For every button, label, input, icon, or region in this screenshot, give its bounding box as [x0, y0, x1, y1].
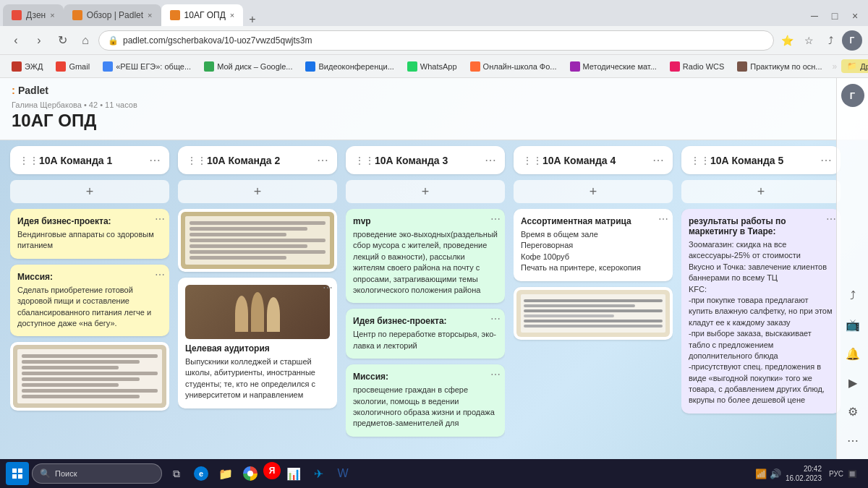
column-1-header: ⋮⋮ 10А Команда 1 ⋯: [10, 146, 169, 174]
bookmark-others[interactable]: 📁 Другие закладки: [841, 59, 868, 73]
bookmark-label-resh: «РЕШ ЕГЭ»: обще...: [116, 62, 191, 71]
bookmark-button[interactable]: ☆: [799, 30, 819, 51]
tray-sound-icon[interactable]: 🔊: [770, 468, 781, 479]
tab-close-10ag[interactable]: ×: [230, 11, 234, 20]
card-c1-1: ⋯ Идея бизнес-проекта: Вендинговые аппар…: [10, 209, 169, 259]
home-button[interactable]: ⌂: [75, 30, 95, 51]
col5-add-button[interactable]: +: [681, 180, 841, 203]
col3-add-button[interactable]: +: [346, 180, 505, 203]
play-sidebar-button[interactable]: ▶: [840, 369, 866, 395]
explorer-button[interactable]: 📁: [214, 462, 237, 485]
tv-sidebar-button[interactable]: 📺: [840, 312, 866, 338]
edge-button[interactable]: e: [190, 462, 213, 485]
bookmark-video[interactable]: Видеоконференци...: [299, 59, 399, 74]
windows-logo-icon: [12, 468, 23, 479]
bookmark-gmail[interactable]: Gmail: [50, 59, 95, 74]
col5-drag-handle[interactable]: ⋮⋮: [690, 155, 710, 166]
tray-network-icon[interactable]: 📶: [755, 468, 767, 479]
col2-menu-button[interactable]: ⋯: [317, 153, 328, 167]
card-c3-1-menu[interactable]: ⋯: [490, 213, 501, 225]
share-sidebar-button[interactable]: ⤴: [840, 283, 866, 309]
col3-drag-handle[interactable]: ⋮⋮: [354, 155, 375, 166]
bookmark-radio[interactable]: Radio WCS: [664, 59, 730, 74]
col4-menu-button[interactable]: ⋯: [652, 153, 664, 167]
col1-add-button[interactable]: +: [10, 180, 169, 203]
tray-language: РУС: [829, 470, 843, 478]
card-c1-1-menu[interactable]: ⋯: [155, 213, 165, 225]
taskview-button[interactable]: ⧉: [165, 462, 188, 485]
more-sidebar-button[interactable]: ⋯: [840, 427, 866, 453]
bookmark-icon-practicum: [737, 61, 747, 72]
bookmark-label-methodical: Методические мат...: [583, 62, 657, 71]
card-c3-2-menu[interactable]: ⋯: [490, 313, 501, 325]
nav-icons: ⭐ ☆ ⤴ Г: [777, 30, 862, 51]
close-button[interactable]: ×: [845, 6, 865, 26]
ya-browser-button[interactable]: Я: [263, 462, 281, 479]
col5-menu-button[interactable]: ⋯: [820, 153, 832, 167]
bookmark-icon-gmail: [56, 61, 66, 72]
column-1: ⋮⋮ 10А Команда 1 ⋯ + ⋯ Идея бизнес-проек…: [10, 140, 169, 453]
bookmark-methodical[interactable]: Методические мат...: [564, 59, 663, 74]
bookmark-online-school[interactable]: Онлайн-школа Фо...: [464, 59, 563, 74]
taskbar-search-icon: 🔍: [40, 468, 51, 479]
tab-close-dzen[interactable]: ×: [50, 11, 54, 20]
bookmark-icon-ezhd: [12, 61, 22, 72]
profile-button[interactable]: Г: [842, 30, 862, 51]
tab-padlet-overview[interactable]: Обзор | Padlet ×: [64, 4, 161, 26]
card-c1-2-menu[interactable]: ⋯: [155, 269, 165, 281]
reload-button[interactable]: ↻: [52, 30, 72, 51]
people-image: [185, 285, 330, 339]
card-c4-1-menu[interactable]: ⋯: [658, 213, 668, 225]
bookmark-label-whatsapp: WhatsApp: [420, 62, 457, 71]
card-c1-3: [10, 342, 169, 411]
board-area: ⋮⋮ 10А Команда 1 ⋯ + ⋯ Идея бизнес-проек…: [0, 140, 868, 459]
forward-button[interactable]: ›: [29, 30, 49, 51]
bookmark-resh[interactable]: «РЕШ ЕГЭ»: обще...: [97, 59, 197, 74]
bookmark-practicum[interactable]: Практикум по осн...: [731, 59, 827, 74]
svg-rect-1: [18, 468, 22, 473]
user-avatar[interactable]: Г: [841, 84, 864, 107]
bookmark-whatsapp[interactable]: WhatsApp: [401, 59, 463, 74]
bookmark-ezhd[interactable]: ЭЖД: [6, 59, 48, 74]
col2-drag-handle[interactable]: ⋮⋮: [187, 155, 207, 166]
card-c1-2-title: Миссия:: [17, 272, 162, 282]
bell-sidebar-button[interactable]: 🔔: [840, 341, 866, 367]
tray-time-date[interactable]: 20:42 16.02.2023: [786, 464, 822, 483]
start-button[interactable]: [6, 462, 29, 485]
minimize-button[interactable]: ─: [804, 6, 825, 26]
word-button[interactable]: W: [331, 462, 354, 485]
tab-favicon-10ag: [170, 10, 180, 20]
col1-drag-handle[interactable]: ⋮⋮: [19, 155, 39, 166]
col2-add-button[interactable]: +: [178, 180, 337, 203]
telegram-button[interactable]: ✈: [307, 462, 330, 485]
bookmark-icon-drive: [204, 61, 214, 72]
column-4: ⋮⋮ 10А Команда 4 ⋯ + ⋯ Ассортиментная ма…: [514, 140, 673, 453]
chrome-button[interactable]: [239, 462, 262, 485]
extensions-button[interactable]: ⭐: [777, 30, 797, 51]
tab-close-padlet-overview[interactable]: ×: [148, 11, 152, 20]
card-c2-2-menu[interactable]: ⋯: [323, 282, 333, 294]
new-tab-button[interactable]: +: [243, 13, 261, 26]
card-c5-1-menu[interactable]: ⋯: [826, 213, 836, 225]
svg-rect-3: [18, 474, 22, 479]
system-tray: 📶 🔊 20:42 16.02.2023 РУС 🔲: [749, 464, 862, 483]
col3-menu-button[interactable]: ⋯: [485, 153, 496, 167]
col2-title: 10А Команда 2: [207, 155, 317, 166]
bookmark-drive[interactable]: Мой диск – Google...: [198, 59, 298, 74]
maximize-button[interactable]: □: [825, 6, 845, 26]
tray-notification-icon[interactable]: 🔲: [848, 470, 856, 478]
col1-menu-button[interactable]: ⋯: [149, 153, 161, 167]
taskbar-search-bar[interactable]: 🔍 Поиск: [32, 463, 162, 484]
col4-drag-handle[interactable]: ⋮⋮: [522, 155, 542, 166]
settings-sidebar-button[interactable]: ⚙: [840, 398, 866, 424]
powerpoint-button[interactable]: 📊: [282, 462, 305, 485]
back-button[interactable]: ‹: [6, 30, 26, 51]
col4-cards: ⋯ Ассортиментная матрица Время в общем з…: [514, 209, 673, 453]
tab-dzen[interactable]: Дзен ×: [3, 4, 64, 26]
svg-rect-2: [12, 474, 17, 479]
share-nav-button[interactable]: ⤴: [820, 30, 841, 51]
col4-add-button[interactable]: +: [514, 180, 673, 203]
tab-10ag[interactable]: 10АГ ОПД ×: [161, 4, 244, 26]
address-bar[interactable]: 🔒 padlet.com/gscherbakova/10-uoz7vwzd5qw…: [98, 30, 774, 51]
card-c3-3-menu[interactable]: ⋯: [490, 369, 501, 380]
